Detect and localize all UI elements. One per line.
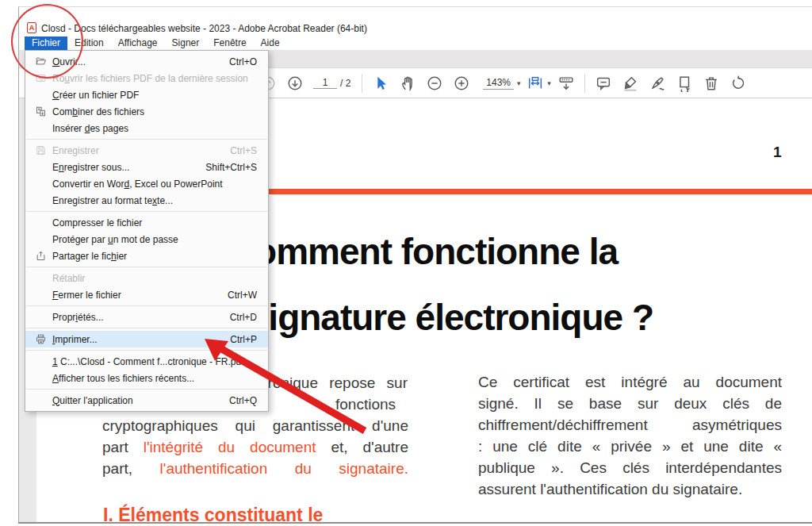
menu-item-label: Enregistrer — [52, 145, 99, 156]
menu-separator — [26, 267, 267, 267]
hand-tool-icon[interactable] — [394, 71, 421, 95]
menu-item-label: Rouvrir les fichiers PDF de la dernière … — [52, 73, 248, 84]
orange-highlight-text: l'authentification du signataire. — [160, 460, 408, 477]
menu-item-label: Convertir en Word, Excel ou PowerPoint — [52, 179, 223, 190]
highlight-text-icon[interactable] — [617, 71, 644, 95]
rotate-pages-icon[interactable] — [671, 71, 698, 95]
menu-item-label: Fermer le fichier — [52, 290, 121, 301]
menu-item-label: Enregistrer au format texte... — [52, 195, 173, 206]
page-number-on-page: 1 — [773, 144, 782, 161]
menu-item-shortcut: Ctrl+W — [228, 290, 257, 301]
menu-item-label: Afficher tous les fichiers récents... — [52, 373, 194, 384]
fit-width-icon[interactable]: ▾ — [526, 71, 553, 95]
chevron-down-icon: ▾ — [547, 79, 551, 87]
menu-item-compresser[interactable]: Compresser le fichier — [25, 214, 268, 231]
menu-item-proteger[interactable]: Protéger par un mot de passe — [25, 231, 268, 248]
menu-item-shortcut: Ctrl+D — [230, 312, 257, 323]
document-subheading: I. Éléments constituant le — [103, 505, 323, 524]
menu-item-label: Créer un fichier PDF — [52, 90, 139, 101]
menubar-item-fenetre[interactable]: Fenêtre — [206, 36, 253, 50]
toolbar-divider — [584, 74, 585, 93]
menubar-item-signer[interactable]: Signer — [165, 36, 207, 50]
print-icon — [35, 333, 52, 345]
menu-item-label: Imprimer... — [52, 334, 98, 345]
screenshot-stage: A Closd - Docs téléchargeables website -… — [0, 0, 812, 526]
menu-item-label: Partager le fichier — [52, 251, 127, 262]
left-column-line: part l'intégrité du document et, d'autre — [102, 439, 408, 456]
right-column-line: : une clé dite « privée » et une dite « — [478, 438, 782, 459]
right-column: Ce certificat est intégré au documentsig… — [478, 374, 782, 502]
zoom-in-icon[interactable] — [448, 71, 475, 95]
refresh-icon[interactable] — [725, 71, 752, 95]
menu-item-creer-pdf[interactable]: Créer un fichier PDF — [25, 86, 268, 103]
menu-item-shortcut: Ctrl+O — [229, 56, 257, 67]
menu-item-inserer-pages[interactable]: Insérer des pages — [25, 120, 268, 136]
menu-item-shortcut: Shift+Ctrl+S — [205, 162, 257, 173]
menu-item-shortcut: Ctrl+S — [230, 145, 257, 156]
page-number-input[interactable] — [313, 77, 337, 89]
zoom-level-value[interactable]: 143% — [483, 77, 514, 90]
menu-item-label: Insérer des pages — [52, 123, 128, 134]
right-column-line: publique ». Ces clés interdépendantes — [478, 459, 782, 481]
red-circle-annotation — [11, 4, 83, 79]
menu-bar: FichierEditionAffichageSignerFenêtreAide — [19, 36, 812, 50]
combine-files-icon — [35, 106, 52, 117]
title-bar: A Closd - Docs téléchargeables website -… — [19, 7, 812, 36]
menu-item-label: Compresser le fichier — [52, 217, 142, 228]
menu-separator — [26, 211, 267, 212]
document-heading-line1: Comment fonctionne la — [229, 230, 618, 273]
add-comment-icon[interactable] — [590, 71, 617, 95]
menu-item-retablir: Rétablir — [25, 270, 268, 286]
menu-item-enregistrer: EnregistrerCtrl+S — [25, 142, 268, 159]
menu-separator — [26, 328, 267, 328]
share-icon — [35, 250, 52, 262]
menu-separator — [26, 139, 267, 140]
left-column-line: part, l'authentification du signataire. — [102, 460, 408, 478]
page-display-icon[interactable] — [553, 71, 580, 95]
menu-item-label: Enregistrer sous... — [52, 162, 129, 173]
menu-separator — [26, 305, 267, 306]
right-column-line: Ce certificat est intégré au document — [478, 374, 782, 395]
acrobat-window: A Closd - Docs téléchargeables website -… — [18, 6, 812, 524]
delete-pages-icon[interactable] — [698, 71, 725, 95]
menu-item-enregistrer-sous[interactable]: Enregistrer sous...Shift+Ctrl+S — [25, 159, 268, 175]
menu-item-label: Combiner des fichiers — [52, 106, 144, 117]
right-column-line: signé. Il se base sur deux clés de — [478, 395, 782, 417]
red-arrow-annotation — [198, 329, 377, 440]
menu-item-label: Quitter l'application — [52, 395, 133, 406]
zoom-out-icon[interactable] — [421, 71, 448, 95]
select-tool-icon[interactable] — [367, 71, 394, 95]
menu-item-label: Rétablir — [52, 273, 85, 284]
chevron-down-icon: ▾ — [517, 79, 521, 87]
menu-item-label: Propriétés... — [52, 312, 104, 323]
menu-item-combiner[interactable]: Combiner des fichiers — [25, 103, 268, 120]
next-page-icon[interactable] — [282, 71, 308, 95]
menu-item-proprietes[interactable]: Propriétés...Ctrl+D — [25, 309, 268, 325]
zoom-level-combo[interactable]: 143% ▾ — [483, 77, 520, 90]
fill-sign-icon[interactable] — [644, 71, 671, 95]
orange-highlight-text: l'intégrité du document — [144, 439, 316, 455]
menu-item-enregistrer-texte[interactable]: Enregistrer au format texte... — [25, 192, 268, 209]
menu-item-fermer[interactable]: Fermer le fichierCtrl+W — [25, 286, 268, 303]
right-column-line: assurent l'authentification du signatair… — [478, 481, 782, 502]
menu-item-partager[interactable]: Partager le fichier — [25, 248, 268, 264]
right-column-line: chiffrement/déchiffrement asymétriques — [478, 417, 782, 438]
window-title: Closd - Docs téléchargeables website - 2… — [41, 23, 367, 34]
menubar-item-affichage[interactable]: Affichage — [111, 36, 165, 50]
menu-item-convertir[interactable]: Convertir en Word, Excel ou PowerPoint — [25, 175, 268, 192]
toolbar-divider — [362, 74, 362, 93]
menu-item-label: Protéger par un mot de passe — [52, 234, 178, 245]
page-count-label: / 2 — [340, 78, 350, 89]
save-icon — [35, 144, 52, 156]
menubar-item-aide[interactable]: Aide — [254, 36, 287, 50]
